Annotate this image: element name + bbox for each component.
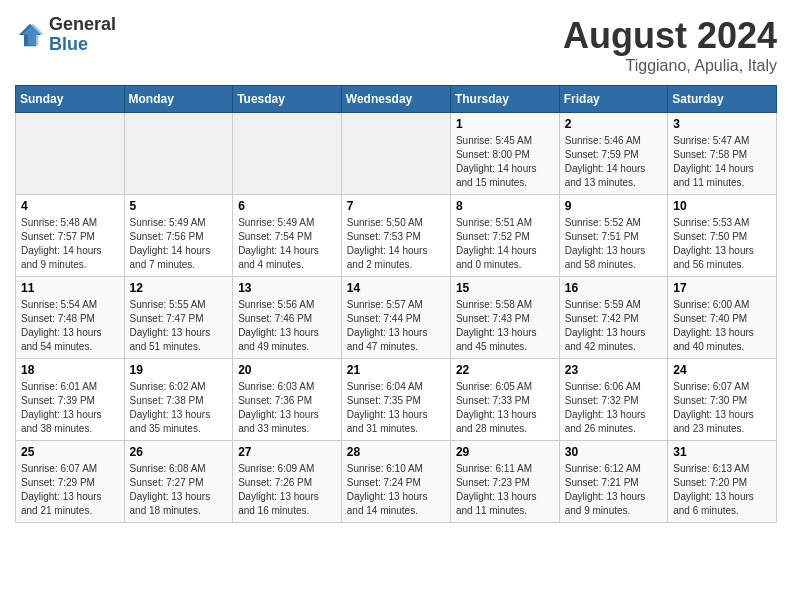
calendar-cell: 7Sunrise: 5:50 AMSunset: 7:53 PMDaylight…: [341, 195, 450, 277]
logo-text: General Blue: [49, 15, 116, 55]
day-info: Sunrise: 6:02 AMSunset: 7:38 PMDaylight:…: [130, 380, 228, 436]
calendar-cell: 22Sunrise: 6:05 AMSunset: 7:33 PMDayligh…: [450, 359, 559, 441]
calendar-week-4: 18Sunrise: 6:01 AMSunset: 7:39 PMDayligh…: [16, 359, 777, 441]
day-info: Sunrise: 6:04 AMSunset: 7:35 PMDaylight:…: [347, 380, 445, 436]
day-number: 13: [238, 281, 336, 295]
day-number: 14: [347, 281, 445, 295]
month-year: August 2024: [563, 15, 777, 57]
calendar-cell: 19Sunrise: 6:02 AMSunset: 7:38 PMDayligh…: [124, 359, 233, 441]
day-number: 8: [456, 199, 554, 213]
day-info: Sunrise: 6:07 AMSunset: 7:29 PMDaylight:…: [21, 462, 119, 518]
calendar-week-5: 25Sunrise: 6:07 AMSunset: 7:29 PMDayligh…: [16, 441, 777, 523]
day-number: 10: [673, 199, 771, 213]
calendar-cell: 18Sunrise: 6:01 AMSunset: 7:39 PMDayligh…: [16, 359, 125, 441]
calendar-cell: 17Sunrise: 6:00 AMSunset: 7:40 PMDayligh…: [668, 277, 777, 359]
day-number: 19: [130, 363, 228, 377]
day-number: 20: [238, 363, 336, 377]
day-number: 15: [456, 281, 554, 295]
calendar-cell: 27Sunrise: 6:09 AMSunset: 7:26 PMDayligh…: [233, 441, 342, 523]
day-info: Sunrise: 6:08 AMSunset: 7:27 PMDaylight:…: [130, 462, 228, 518]
calendar-cell: 31Sunrise: 6:13 AMSunset: 7:20 PMDayligh…: [668, 441, 777, 523]
calendar-body: 1Sunrise: 5:45 AMSunset: 8:00 PMDaylight…: [16, 113, 777, 523]
day-info: Sunrise: 5:56 AMSunset: 7:46 PMDaylight:…: [238, 298, 336, 354]
day-number: 6: [238, 199, 336, 213]
calendar-cell: 24Sunrise: 6:07 AMSunset: 7:30 PMDayligh…: [668, 359, 777, 441]
header-wednesday: Wednesday: [341, 86, 450, 113]
page-header: General Blue August 2024 Tiggiano, Apuli…: [15, 15, 777, 75]
calendar-week-3: 11Sunrise: 5:54 AMSunset: 7:48 PMDayligh…: [16, 277, 777, 359]
location: Tiggiano, Apulia, Italy: [563, 57, 777, 75]
day-info: Sunrise: 6:07 AMSunset: 7:30 PMDaylight:…: [673, 380, 771, 436]
day-number: 9: [565, 199, 662, 213]
day-info: Sunrise: 5:48 AMSunset: 7:57 PMDaylight:…: [21, 216, 119, 272]
header-row: Sunday Monday Tuesday Wednesday Thursday…: [16, 86, 777, 113]
logo-general: General: [49, 15, 116, 35]
calendar-cell: 1Sunrise: 5:45 AMSunset: 8:00 PMDaylight…: [450, 113, 559, 195]
day-info: Sunrise: 6:00 AMSunset: 7:40 PMDaylight:…: [673, 298, 771, 354]
day-number: 26: [130, 445, 228, 459]
calendar-table: Sunday Monday Tuesday Wednesday Thursday…: [15, 85, 777, 523]
header-friday: Friday: [559, 86, 667, 113]
day-number: 29: [456, 445, 554, 459]
day-info: Sunrise: 5:52 AMSunset: 7:51 PMDaylight:…: [565, 216, 662, 272]
calendar-week-1: 1Sunrise: 5:45 AMSunset: 8:00 PMDaylight…: [16, 113, 777, 195]
day-number: 4: [21, 199, 119, 213]
day-info: Sunrise: 6:12 AMSunset: 7:21 PMDaylight:…: [565, 462, 662, 518]
day-number: 28: [347, 445, 445, 459]
header-thursday: Thursday: [450, 86, 559, 113]
day-number: 31: [673, 445, 771, 459]
header-saturday: Saturday: [668, 86, 777, 113]
calendar-week-2: 4Sunrise: 5:48 AMSunset: 7:57 PMDaylight…: [16, 195, 777, 277]
day-number: 1: [456, 117, 554, 131]
calendar-cell: 3Sunrise: 5:47 AMSunset: 7:58 PMDaylight…: [668, 113, 777, 195]
day-number: 3: [673, 117, 771, 131]
day-info: Sunrise: 6:09 AMSunset: 7:26 PMDaylight:…: [238, 462, 336, 518]
day-number: 7: [347, 199, 445, 213]
day-info: Sunrise: 5:54 AMSunset: 7:48 PMDaylight:…: [21, 298, 119, 354]
logo-icon: [15, 20, 45, 50]
day-number: 27: [238, 445, 336, 459]
calendar-cell: [124, 113, 233, 195]
day-info: Sunrise: 5:46 AMSunset: 7:59 PMDaylight:…: [565, 134, 662, 190]
calendar-cell: 15Sunrise: 5:58 AMSunset: 7:43 PMDayligh…: [450, 277, 559, 359]
day-info: Sunrise: 5:50 AMSunset: 7:53 PMDaylight:…: [347, 216, 445, 272]
calendar-cell: 26Sunrise: 6:08 AMSunset: 7:27 PMDayligh…: [124, 441, 233, 523]
day-info: Sunrise: 6:01 AMSunset: 7:39 PMDaylight:…: [21, 380, 119, 436]
calendar-cell: 2Sunrise: 5:46 AMSunset: 7:59 PMDaylight…: [559, 113, 667, 195]
day-number: 30: [565, 445, 662, 459]
calendar-cell: 29Sunrise: 6:11 AMSunset: 7:23 PMDayligh…: [450, 441, 559, 523]
calendar-cell: [341, 113, 450, 195]
day-number: 16: [565, 281, 662, 295]
day-info: Sunrise: 5:58 AMSunset: 7:43 PMDaylight:…: [456, 298, 554, 354]
day-info: Sunrise: 5:53 AMSunset: 7:50 PMDaylight:…: [673, 216, 771, 272]
day-info: Sunrise: 5:49 AMSunset: 7:54 PMDaylight:…: [238, 216, 336, 272]
header-tuesday: Tuesday: [233, 86, 342, 113]
day-info: Sunrise: 5:49 AMSunset: 7:56 PMDaylight:…: [130, 216, 228, 272]
calendar-cell: [233, 113, 342, 195]
logo-blue: Blue: [49, 35, 116, 55]
day-info: Sunrise: 5:45 AMSunset: 8:00 PMDaylight:…: [456, 134, 554, 190]
calendar-cell: 21Sunrise: 6:04 AMSunset: 7:35 PMDayligh…: [341, 359, 450, 441]
calendar-cell: [16, 113, 125, 195]
day-info: Sunrise: 6:06 AMSunset: 7:32 PMDaylight:…: [565, 380, 662, 436]
logo: General Blue: [15, 15, 116, 55]
day-number: 24: [673, 363, 771, 377]
calendar-cell: 16Sunrise: 5:59 AMSunset: 7:42 PMDayligh…: [559, 277, 667, 359]
title-block: August 2024 Tiggiano, Apulia, Italy: [563, 15, 777, 75]
day-info: Sunrise: 6:11 AMSunset: 7:23 PMDaylight:…: [456, 462, 554, 518]
day-number: 23: [565, 363, 662, 377]
day-number: 18: [21, 363, 119, 377]
day-info: Sunrise: 5:55 AMSunset: 7:47 PMDaylight:…: [130, 298, 228, 354]
header-sunday: Sunday: [16, 86, 125, 113]
day-number: 21: [347, 363, 445, 377]
day-number: 25: [21, 445, 119, 459]
day-info: Sunrise: 5:57 AMSunset: 7:44 PMDaylight:…: [347, 298, 445, 354]
calendar-cell: 6Sunrise: 5:49 AMSunset: 7:54 PMDaylight…: [233, 195, 342, 277]
day-info: Sunrise: 5:59 AMSunset: 7:42 PMDaylight:…: [565, 298, 662, 354]
calendar-cell: 23Sunrise: 6:06 AMSunset: 7:32 PMDayligh…: [559, 359, 667, 441]
calendar-cell: 8Sunrise: 5:51 AMSunset: 7:52 PMDaylight…: [450, 195, 559, 277]
calendar-cell: 4Sunrise: 5:48 AMSunset: 7:57 PMDaylight…: [16, 195, 125, 277]
day-info: Sunrise: 6:10 AMSunset: 7:24 PMDaylight:…: [347, 462, 445, 518]
calendar-cell: 11Sunrise: 5:54 AMSunset: 7:48 PMDayligh…: [16, 277, 125, 359]
calendar-cell: 10Sunrise: 5:53 AMSunset: 7:50 PMDayligh…: [668, 195, 777, 277]
